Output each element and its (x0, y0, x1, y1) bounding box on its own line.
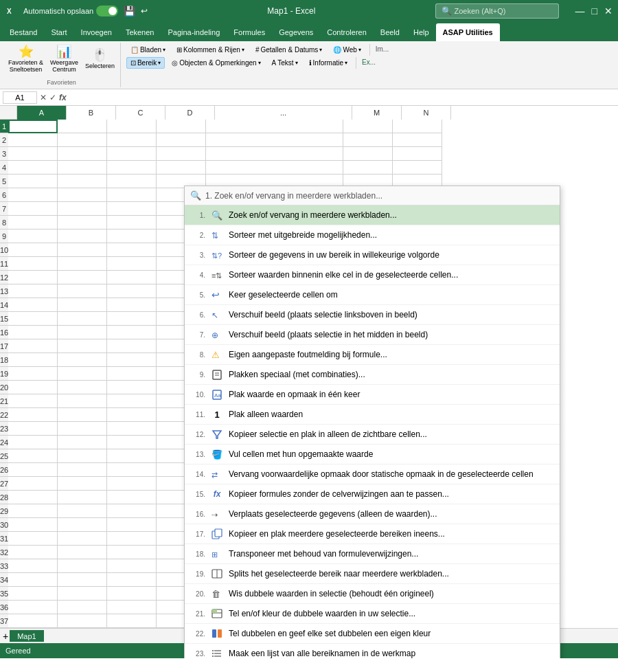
maximize-icon[interactable]: □ (592, 5, 597, 16)
menu-item-11[interactable]: 11. 1 Plak alleen waarden (185, 405, 560, 425)
cell-a21[interactable] (8, 394, 58, 408)
row-header-28[interactable]: 28 (0, 491, 8, 504)
row-header-9[interactable]: 9 (0, 229, 8, 243)
menu-item-7[interactable]: 7. ⊕ Verschuif beeld (plaats selectie in… (185, 325, 560, 345)
cell-b26[interactable] (58, 463, 107, 477)
tab-start[interactable]: Start (44, 23, 73, 41)
col-header-c[interactable]: C (116, 106, 165, 120)
cell-b8[interactable] (58, 216, 107, 229)
cell-c14[interactable] (107, 298, 157, 312)
close-icon[interactable]: ✕ (604, 5, 613, 16)
cell-b36[interactable] (58, 601, 107, 614)
cell-c8[interactable] (107, 216, 157, 229)
row-header-26[interactable]: 26 (0, 463, 8, 477)
cell-b23[interactable] (58, 422, 107, 436)
cell-reference[interactable] (3, 91, 37, 104)
row-header-21[interactable]: 21 (0, 394, 8, 408)
cell-a4[interactable] (8, 161, 58, 175)
tab-gegevens[interactable]: Gegevens (272, 23, 320, 41)
cell-c31[interactable] (107, 532, 157, 546)
cell-c21[interactable] (107, 394, 157, 408)
row-header-20[interactable]: 20 (0, 381, 8, 394)
cell-n1[interactable] (393, 120, 442, 133)
row-header-7[interactable]: 7 (0, 202, 8, 216)
row-header-2[interactable]: 2 (0, 133, 8, 147)
menu-item-16[interactable]: 16. ⇢ Verplaats geselecteerde gegevens (… (185, 504, 560, 524)
cell-a30[interactable] (8, 518, 58, 532)
cell-a22[interactable] (8, 408, 58, 422)
menu-item-23[interactable]: 23. Maak een lijst van alle bereiknamen … (185, 644, 560, 658)
row-header-6[interactable]: 6 (0, 188, 8, 202)
cell-c11[interactable] (107, 257, 157, 271)
menu-item-17[interactable]: 17. Kopieer en plak meerdere geselecteer… (185, 524, 560, 544)
cell-a19[interactable] (8, 367, 58, 381)
cell-a28[interactable] (8, 491, 58, 504)
cell-c9[interactable] (107, 229, 157, 243)
cell-c1[interactable] (107, 120, 157, 133)
cell-a9[interactable] (8, 229, 58, 243)
cell-c28[interactable] (107, 491, 157, 504)
cell-n2[interactable] (393, 133, 442, 147)
cell-a37[interactable] (8, 614, 58, 628)
cell-c33[interactable] (107, 559, 157, 573)
cell-a17[interactable] (8, 339, 58, 353)
cell-d4[interactable] (157, 161, 206, 175)
col-header-n[interactable]: N (402, 106, 451, 120)
row-header-10[interactable]: 10 (0, 243, 8, 257)
cell-b35[interactable] (58, 587, 107, 601)
tab-asap[interactable]: ASAP Utilities (436, 23, 500, 41)
cell-c23[interactable] (107, 422, 157, 436)
cell-b12[interactable] (58, 271, 107, 284)
cell-b15[interactable] (58, 312, 107, 326)
row-header-1[interactable]: 1 (0, 120, 8, 133)
selecteren-button[interactable]: 🖱️ Selecteren (82, 44, 117, 74)
search-bar[interactable]: 🔍 Zoeken (Alt+Q) (435, 3, 559, 19)
sheet-tab-map1[interactable]: Map1 (10, 630, 44, 642)
cell-c27[interactable] (107, 477, 157, 491)
menu-item-6[interactable]: 6. ↖ Verschuif beeld (plaats selectie li… (185, 305, 560, 325)
row-header-22[interactable]: 22 (0, 408, 8, 422)
autosave-toggle[interactable] (96, 5, 118, 16)
cell-b34[interactable] (58, 573, 107, 587)
row-header-18[interactable]: 18 (0, 353, 8, 367)
row-header-30[interactable]: 30 (0, 518, 8, 532)
menu-item-9[interactable]: 9. Plakken speciaal (met combinaties)... (185, 365, 560, 385)
cell-c16[interactable] (107, 326, 157, 339)
cell-b11[interactable] (58, 257, 107, 271)
cell-b28[interactable] (58, 491, 107, 504)
cell-a2[interactable] (8, 133, 58, 147)
cell-a20[interactable] (8, 381, 58, 394)
cell-b6[interactable] (58, 188, 107, 202)
row-header-16[interactable]: 16 (0, 326, 8, 339)
menu-item-8[interactable]: 8. ⚠ Eigen aangepaste foutmelding bij fo… (185, 345, 560, 365)
cell-a3[interactable] (8, 147, 58, 161)
cell-b7[interactable] (58, 202, 107, 216)
row-header-12[interactable]: 12 (0, 271, 8, 284)
cell-b29[interactable] (58, 504, 107, 518)
cell-c2[interactable] (107, 133, 157, 147)
row-header-37[interactable]: 37 (0, 614, 8, 628)
cell-c6[interactable] (107, 188, 157, 202)
cell-c4[interactable] (107, 161, 157, 175)
undo-icon[interactable]: ↩ (141, 6, 148, 16)
fx-icon[interactable]: fx (59, 93, 67, 102)
cell-b14[interactable] (58, 298, 107, 312)
tab-help[interactable]: Help (407, 23, 436, 41)
menu-item-2[interactable]: 2. ⇅ Sorteer met uitgebreide mogelijkhed… (185, 225, 560, 245)
cell-c34[interactable] (107, 573, 157, 587)
cell-c24[interactable] (107, 436, 157, 449)
cell-a11[interactable] (8, 257, 58, 271)
cell-b2[interactable] (58, 133, 107, 147)
cell-a26[interactable] (8, 463, 58, 477)
dropdown-getallen[interactable]: # Getallen & Datums ▾ (251, 44, 327, 56)
row-header-29[interactable]: 29 (0, 504, 8, 518)
cell-a35[interactable] (8, 587, 58, 601)
dropdown-kolommen[interactable]: ⊞ Kolommen & Rijen ▾ (172, 44, 249, 56)
tab-pagina[interactable]: Pagina-indeling (161, 23, 227, 41)
cell-b21[interactable] (58, 394, 107, 408)
cell-c20[interactable] (107, 381, 157, 394)
cell-b31[interactable] (58, 532, 107, 546)
cell-c26[interactable] (107, 463, 157, 477)
favorieten-button[interactable]: ⭐ Favorieten &Sneltoetsen (5, 44, 46, 74)
cell-a5[interactable] (8, 175, 58, 188)
